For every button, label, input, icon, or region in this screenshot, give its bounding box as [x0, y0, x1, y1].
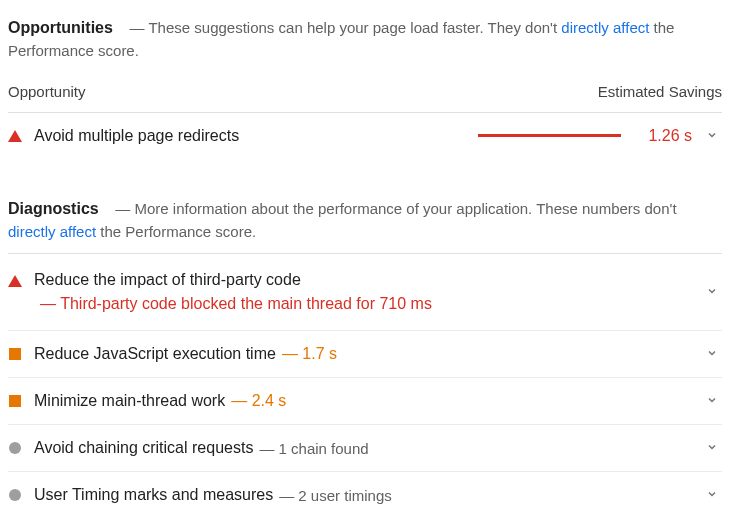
diagnostics-desc-link[interactable]: directly affect — [8, 223, 96, 240]
savings-bar — [478, 134, 628, 137]
diag-row-third-party[interactable]: Reduce the impact of third-party code — … — [8, 254, 722, 331]
chevron-down-icon[interactable] — [702, 440, 722, 456]
diagnostics-desc-prefix: — More information about the performance… — [115, 200, 676, 217]
diagnostics-section: Diagnostics — More information about the… — [8, 189, 722, 511]
chevron-down-icon[interactable] — [702, 393, 722, 409]
suffix-text: 2 user timings — [298, 487, 391, 504]
opportunities-section: Opportunities — These suggestions can he… — [8, 8, 722, 163]
avg-square-icon — [8, 394, 22, 408]
opportunity-col-right: Estimated Savings — [598, 83, 722, 100]
savings-bar-fill — [478, 134, 621, 137]
savings-value: 1.26 s — [642, 127, 692, 145]
dash: — — [259, 440, 274, 457]
info-circle-icon — [8, 488, 22, 502]
audit-title: Reduce JavaScript execution time — [34, 345, 276, 363]
diag-row-critical-requests[interactable]: Avoid chaining critical requests — 1 cha… — [8, 425, 722, 472]
opportunities-title: Opportunities — [8, 19, 113, 36]
suffix-text: 2.4 s — [252, 392, 287, 409]
opportunities-table-header: Opportunity Estimated Savings — [8, 73, 722, 113]
diagnostics-desc: — More information about the performance… — [8, 200, 677, 240]
suffix-text: 1 chain found — [279, 440, 369, 457]
diag-row-main-thread[interactable]: Minimize main-thread work — 2.4 s — [8, 378, 722, 425]
audit-title: Avoid chaining critical requests — [34, 439, 253, 457]
suffix-text: 1.7 s — [302, 345, 337, 362]
dash: — — [282, 345, 298, 362]
dash: — — [279, 487, 294, 504]
info-circle-icon — [8, 441, 22, 455]
opportunities-header-row: Opportunities — These suggestions can he… — [8, 8, 722, 73]
audit-suffix: — Third-party code blocked the main thre… — [40, 292, 432, 316]
audit-suffix: — 1.7 s — [282, 345, 337, 363]
audit-title: User Timing marks and measures — [34, 486, 273, 504]
opportunity-col-left: Opportunity — [8, 83, 86, 100]
diag-row-user-timing[interactable]: User Timing marks and measures — 2 user … — [8, 472, 722, 510]
audit-title: Reduce the impact of third-party code — [34, 268, 301, 292]
dash: — — [40, 295, 56, 312]
fail-triangle-icon — [8, 129, 22, 143]
savings-col: 1.26 s — [478, 127, 692, 145]
audit-suffix: — 2.4 s — [231, 392, 286, 410]
opportunities-desc-link[interactable]: directly affect — [561, 19, 649, 36]
dash: — — [231, 392, 247, 409]
diagnostics-desc-suffix: the Performance score. — [96, 223, 256, 240]
chevron-down-icon[interactable] — [702, 346, 722, 362]
audit-title: Avoid multiple page redirects — [34, 127, 239, 145]
fail-triangle-icon — [8, 274, 22, 288]
audit-suffix: — 1 chain found — [259, 440, 368, 457]
avg-square-icon — [8, 347, 22, 361]
chevron-down-icon[interactable] — [702, 487, 722, 503]
diag-row-js-exec[interactable]: Reduce JavaScript execution time — 1.7 s — [8, 331, 722, 378]
diagnostics-header-row: Diagnostics — More information about the… — [8, 189, 722, 254]
audit-suffix: — 2 user timings — [279, 487, 392, 504]
chevron-down-icon[interactable] — [702, 284, 722, 300]
audit-title: Minimize main-thread work — [34, 392, 225, 410]
opportunities-desc-prefix: — These suggestions can help your page l… — [130, 19, 562, 36]
opportunity-row-redirects[interactable]: Avoid multiple page redirects 1.26 s — [8, 113, 722, 159]
chevron-down-icon[interactable] — [702, 128, 722, 144]
suffix-text: Third-party code blocked the main thread… — [60, 295, 432, 312]
diagnostics-title: Diagnostics — [8, 200, 99, 217]
